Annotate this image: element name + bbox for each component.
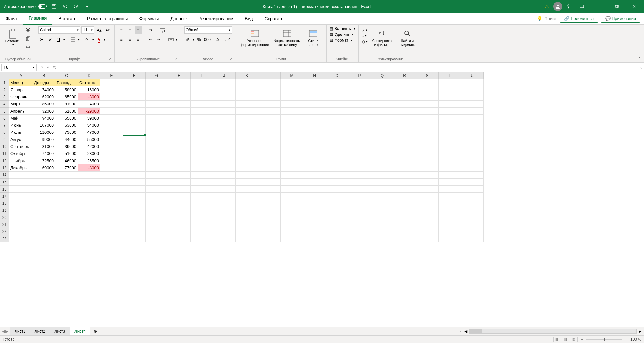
cell[interactable]	[393, 150, 416, 157]
cell[interactable]	[326, 79, 348, 86]
cell[interactable]	[461, 143, 484, 150]
cell[interactable]	[416, 179, 439, 186]
cell[interactable]	[439, 136, 461, 143]
cell[interactable]	[348, 179, 371, 186]
cell[interactable]: 74000	[33, 150, 55, 157]
cell[interactable]	[55, 179, 78, 186]
cell[interactable]	[9, 221, 33, 228]
cell[interactable]	[326, 93, 348, 101]
row-header[interactable]: 3	[0, 93, 9, 101]
zoom-value[interactable]: 100 %	[630, 337, 641, 342]
row-header[interactable]: 4	[0, 101, 9, 108]
cell[interactable]	[236, 122, 258, 129]
cell[interactable]	[236, 214, 258, 221]
cell[interactable]	[146, 228, 168, 235]
cell[interactable]	[303, 122, 326, 129]
cell[interactable]	[416, 150, 439, 157]
dialog-launcher-icon[interactable]: ⤢	[29, 57, 32, 61]
cell[interactable]	[258, 79, 281, 86]
cell[interactable]	[348, 164, 371, 172]
fx-icon[interactable]: fx	[53, 65, 56, 70]
find-select-button[interactable]: Найти и выделить	[396, 26, 419, 49]
cell[interactable]	[281, 136, 303, 143]
cell[interactable]	[123, 193, 146, 200]
cell[interactable]	[348, 101, 371, 108]
cell[interactable]	[393, 228, 416, 235]
cell[interactable]	[326, 179, 348, 186]
column-header[interactable]: J	[213, 72, 236, 79]
sheet-nav-prev[interactable]: ◀	[2, 329, 5, 334]
cell[interactable]	[33, 172, 55, 179]
cell[interactable]	[9, 186, 33, 193]
cell[interactable]: -8000	[78, 164, 100, 172]
cell[interactable]	[439, 228, 461, 235]
cell[interactable]	[168, 214, 191, 221]
cell[interactable]: Ноябрь	[9, 157, 33, 164]
cell[interactable]	[146, 179, 168, 186]
qat-customize-icon[interactable]: ▾	[83, 3, 90, 10]
cell[interactable]	[281, 86, 303, 93]
cell[interactable]	[258, 221, 281, 228]
cell[interactable]: 81000	[55, 101, 78, 108]
cell[interactable]	[123, 115, 146, 122]
cell[interactable]	[213, 186, 236, 193]
align-bottom-button[interactable]: ≡	[135, 26, 142, 34]
cell[interactable]	[168, 108, 191, 115]
cell[interactable]	[213, 143, 236, 150]
cell[interactable]	[439, 157, 461, 164]
cell[interactable]: Апрель	[9, 108, 33, 115]
cell[interactable]: 120000	[33, 129, 55, 136]
sheet-nav-next[interactable]: ▶	[5, 329, 8, 334]
decrease-indent-button[interactable]: ⇤	[147, 36, 154, 43]
cell[interactable]: Январь	[9, 86, 33, 93]
cell[interactable]	[191, 79, 213, 86]
cell[interactable]	[439, 79, 461, 86]
cell[interactable]: 42000	[78, 143, 100, 150]
cell[interactable]	[191, 221, 213, 228]
cell[interactable]	[393, 207, 416, 214]
cell[interactable]	[146, 235, 168, 242]
cell[interactable]	[236, 164, 258, 172]
cell[interactable]	[281, 101, 303, 108]
cell[interactable]	[9, 214, 33, 221]
cell[interactable]	[191, 157, 213, 164]
cell[interactable]	[281, 122, 303, 129]
cell[interactable]	[461, 157, 484, 164]
cell[interactable]	[191, 200, 213, 207]
cell[interactable]: 58000	[55, 86, 78, 93]
cell[interactable]	[303, 214, 326, 221]
cell[interactable]	[393, 79, 416, 86]
row-header[interactable]: 7	[0, 122, 9, 129]
cell[interactable]	[78, 172, 100, 179]
cell[interactable]	[100, 228, 123, 235]
cell[interactable]	[416, 129, 439, 136]
cell[interactable]	[371, 235, 393, 242]
cell[interactable]	[258, 228, 281, 235]
cell[interactable]	[393, 179, 416, 186]
cell[interactable]	[461, 228, 484, 235]
cell[interactable]	[416, 108, 439, 115]
cell[interactable]	[100, 86, 123, 93]
cell[interactable]	[439, 193, 461, 200]
cell[interactable]	[168, 143, 191, 150]
cell[interactable]	[258, 129, 281, 136]
cell[interactable]: 55000	[55, 115, 78, 122]
row-header[interactable]: 9	[0, 136, 9, 143]
cell[interactable]	[281, 115, 303, 122]
cell[interactable]	[326, 136, 348, 143]
cell[interactable]	[348, 193, 371, 200]
cell[interactable]	[326, 122, 348, 129]
fill-button[interactable]: ↓▾	[362, 34, 368, 38]
cell[interactable]	[348, 214, 371, 221]
cell[interactable]: 81000	[33, 143, 55, 150]
cell[interactable]	[348, 157, 371, 164]
view-normal-button[interactable]: ▦	[553, 337, 561, 342]
cell[interactable]	[371, 221, 393, 228]
hscroll-right-button[interactable]: ▶	[639, 329, 641, 334]
font-color-button[interactable]: А	[95, 36, 102, 43]
sort-filter-button[interactable]: Сортировка и фильтр	[370, 26, 394, 49]
cell[interactable]: 62000	[33, 93, 55, 101]
fill-color-button[interactable]	[84, 36, 91, 43]
zoom-in-button[interactable]: +	[625, 337, 627, 342]
cell[interactable]	[371, 79, 393, 86]
